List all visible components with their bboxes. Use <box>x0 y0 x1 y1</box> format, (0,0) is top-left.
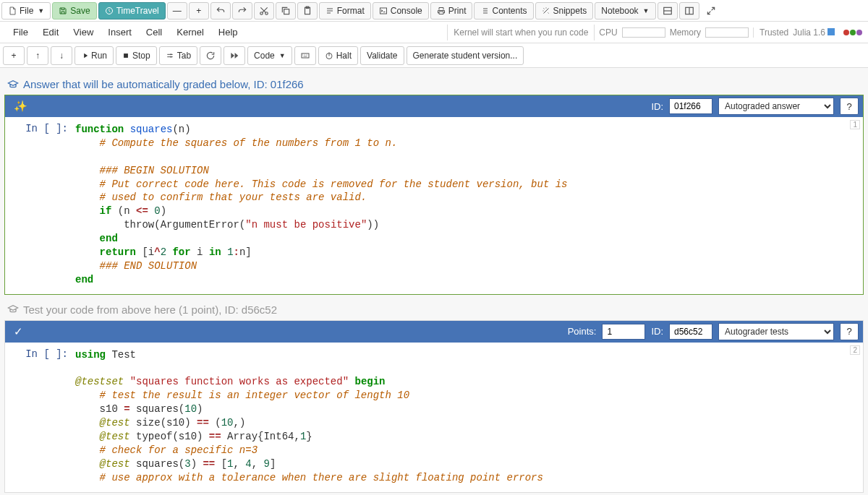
nbgrader-header-1: Answer that will be automatically graded… <box>4 75 864 95</box>
notebook-dropdown[interactable]: Notebook ▼ <box>595 2 655 20</box>
save-button[interactable]: Save <box>52 2 96 20</box>
halt-button[interactable]: Halt <box>318 46 358 65</box>
wand-icon: ✨ <box>9 100 32 113</box>
console-icon <box>379 7 388 15</box>
stop-button[interactable]: Stop <box>116 46 157 65</box>
cut-icon <box>259 6 269 16</box>
cut-button[interactable] <box>254 2 274 20</box>
move-down-button[interactable]: ↓ <box>51 46 72 65</box>
menu-file[interactable]: File <box>6 24 35 40</box>
svg-rect-10 <box>302 53 309 58</box>
grad-cap-icon <box>7 304 19 315</box>
grade-type-select-1[interactable]: Autograded answer <box>718 98 834 115</box>
menu-cell[interactable]: Cell <box>139 24 169 40</box>
copy-button[interactable] <box>276 2 296 20</box>
gensv-label: Generate student version... <box>413 51 518 61</box>
menu-help[interactable]: Help <box>211 24 245 40</box>
validate-button[interactable]: Validate <box>360 46 404 65</box>
console-label: Console <box>391 6 422 16</box>
expand-icon <box>706 6 716 16</box>
menu-edit[interactable]: Edit <box>35 24 66 40</box>
id-input-2[interactable] <box>669 324 712 340</box>
insert-cell-button[interactable]: + <box>3 46 25 65</box>
prompt-2: In [ ]: <box>5 343 74 492</box>
zoom-in-button[interactable]: + <box>189 2 209 20</box>
points-input[interactable] <box>602 324 645 340</box>
jupyter-menubar: File Edit View Insert Cell Kernel Help K… <box>0 22 868 43</box>
file-menu-button[interactable]: File ▼ <box>1 2 51 20</box>
save-icon <box>59 7 67 15</box>
magic-icon <box>542 7 550 15</box>
timetravel-button[interactable]: TimeTravel <box>98 2 166 20</box>
format-button[interactable]: Format <box>319 2 371 20</box>
paste-button[interactable] <box>297 2 318 20</box>
notebook-label: Notebook <box>601 6 638 16</box>
expand-button[interactable] <box>701 2 721 20</box>
kernel-status: Kernel will start when you run code CPU … <box>447 25 862 40</box>
tab-label: Tab <box>177 51 191 61</box>
undo-icon <box>216 6 226 16</box>
memory-meter <box>705 27 749 38</box>
print-button[interactable]: Print <box>430 2 473 20</box>
cell-1[interactable]: ✨ ID: Autograded answer ? 1 In [ ]: func… <box>4 95 864 295</box>
cocalc-topbar: File ▼ Save TimeTravel — + Format Consol… <box>0 0 868 22</box>
console-button[interactable]: Console <box>373 2 429 20</box>
svg-rect-6 <box>380 8 386 14</box>
grade-type-select-2[interactable]: Autograder tests <box>718 323 834 340</box>
svg-rect-9 <box>124 53 128 58</box>
list-icon <box>480 7 489 15</box>
copy-icon <box>281 6 291 16</box>
stop-icon <box>122 52 129 59</box>
menu-view[interactable]: View <box>66 24 101 40</box>
power-icon <box>325 51 333 60</box>
id-input-1[interactable] <box>669 98 712 114</box>
help-button-1[interactable]: ? <box>840 98 859 115</box>
file-label: File <box>20 6 33 16</box>
code-1[interactable]: function squares(n) # Compute the square… <box>74 117 863 294</box>
header-1-text: Answer that will be automatically graded… <box>23 78 304 90</box>
halt-label: Halt <box>336 51 352 61</box>
julia-dots-icon <box>843 30 862 35</box>
redo-button[interactable] <box>232 2 252 20</box>
keyboard-icon <box>299 51 311 60</box>
menu-kernel[interactable]: Kernel <box>169 24 211 40</box>
kernel-message: Kernel will start when you run code <box>447 25 595 40</box>
help-button-2[interactable]: ? <box>840 323 859 340</box>
redo-icon <box>237 6 247 16</box>
lang-indicator <box>827 28 835 35</box>
cpu-label: CPU <box>599 27 617 38</box>
keyboard-button[interactable] <box>294 46 316 65</box>
cell-2[interactable]: ✓ Points: ID: Autograder tests ? 2 In [ … <box>4 320 864 493</box>
menu-insert[interactable]: Insert <box>101 24 139 40</box>
kernel-lang[interactable]: Julia 1.6 <box>793 27 835 38</box>
tab-button[interactable]: Tab <box>159 46 197 65</box>
move-up-button[interactable]: ↑ <box>27 46 48 65</box>
restart-button[interactable] <box>200 46 221 65</box>
cell-type-dropdown[interactable]: Code ▼ <box>247 46 292 65</box>
chevron-down-icon: ▼ <box>279 52 286 59</box>
svg-rect-3 <box>284 9 289 14</box>
split-h-icon <box>663 6 673 16</box>
check-icon: ✓ <box>9 325 27 338</box>
grad-cap-icon <box>7 79 19 90</box>
format-icon <box>326 7 334 15</box>
tab-icon <box>166 52 174 59</box>
contents-button[interactable]: Contents <box>474 2 533 20</box>
save-label: Save <box>70 6 90 16</box>
run-button[interactable]: Run <box>75 46 114 65</box>
memory-label: Memory <box>670 27 701 38</box>
run-all-button[interactable] <box>224 46 245 65</box>
generate-student-button[interactable]: Generate student version... <box>407 46 524 65</box>
id-label-2: ID: <box>651 326 663 337</box>
split-horizontal-button[interactable] <box>658 2 678 20</box>
run-label: Run <box>91 51 107 61</box>
split-vertical-button[interactable] <box>679 2 699 20</box>
nbgrader-bar-2: ✓ Points: ID: Autograder tests ? <box>5 321 863 343</box>
notebook-area: Answer that will be automatically graded… <box>0 68 868 493</box>
chevron-down-icon: ▼ <box>643 7 650 14</box>
code-2[interactable]: using Test @testset "squares function wo… <box>74 343 863 492</box>
zoom-out-button[interactable]: — <box>167 2 187 20</box>
print-label: Print <box>448 6 467 16</box>
snippets-button[interactable]: Snippets <box>535 2 594 20</box>
undo-button[interactable] <box>210 2 231 20</box>
